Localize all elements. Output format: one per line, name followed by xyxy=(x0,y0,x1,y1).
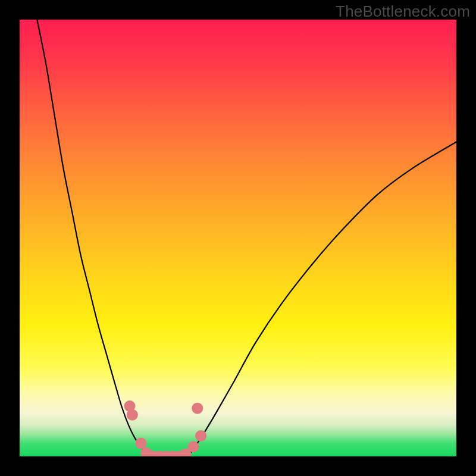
highlight-dot xyxy=(127,409,138,421)
highlight-dot xyxy=(192,403,203,414)
curves-svg xyxy=(20,20,456,456)
plot-area xyxy=(20,20,456,456)
curve-right-branch xyxy=(188,142,456,456)
curve-left-branch xyxy=(37,20,149,456)
highlight-dot xyxy=(188,441,199,452)
watermark-text: TheBottleneck.com xyxy=(336,2,470,21)
chart-frame: TheBottleneck.com xyxy=(0,0,476,476)
highlight-dot xyxy=(136,437,147,449)
highlight-dots xyxy=(124,400,206,456)
highlight-dot xyxy=(195,430,206,441)
